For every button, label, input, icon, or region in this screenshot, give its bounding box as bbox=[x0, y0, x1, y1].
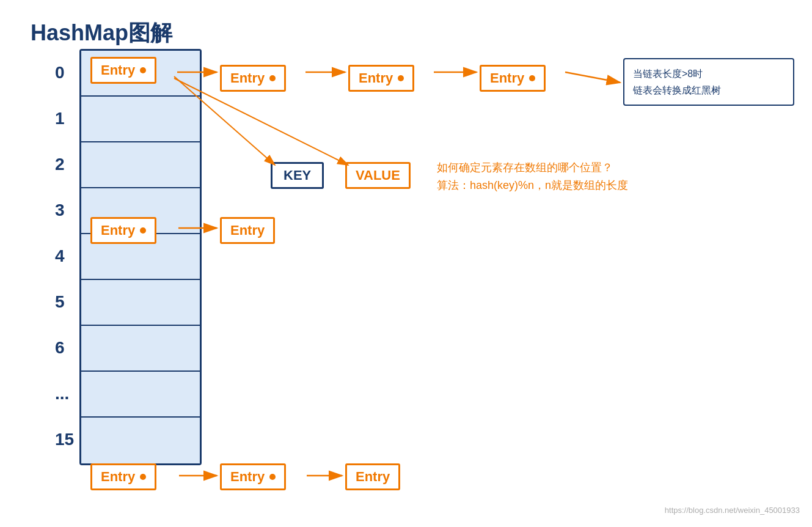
index-4: 4 bbox=[55, 246, 65, 266]
annotation-line2: 链表会转换成红黑树 bbox=[633, 82, 785, 98]
entry-dot bbox=[269, 75, 276, 81]
entry-row0-3: Entry bbox=[480, 65, 546, 92]
entry-row0-2: Entry bbox=[348, 65, 414, 92]
array-cell-dots bbox=[81, 372, 200, 418]
array-cell-5 bbox=[81, 280, 200, 326]
annotation-line1: 当链表长度>8时 bbox=[633, 65, 785, 82]
orange-line1: 如何确定元素存在数组的哪个位置？ bbox=[437, 159, 628, 177]
value-box: VALUE bbox=[345, 162, 411, 189]
entry-row15-0: Entry bbox=[90, 463, 156, 490]
entry-dot bbox=[140, 474, 146, 480]
key-box: KEY bbox=[271, 162, 324, 189]
annotation-box: 当链表长度>8时 链表会转换成红黑树 bbox=[623, 58, 794, 106]
array-cell-1 bbox=[81, 97, 200, 142]
orange-line2: 算法：hash(key)%n，n就是数组的长度 bbox=[437, 177, 628, 194]
index-3: 3 bbox=[55, 201, 65, 220]
watermark: https://blog.csdn.net/weixin_45001933 bbox=[665, 506, 800, 515]
entry-row15-1: Entry bbox=[220, 463, 286, 490]
array-container bbox=[79, 49, 202, 465]
array-cell-15 bbox=[81, 418, 200, 463]
entry-dot bbox=[140, 67, 146, 73]
array-cell-2 bbox=[81, 142, 200, 188]
index-15: 15 bbox=[55, 430, 74, 449]
entry-row15-2: Entry bbox=[345, 463, 400, 490]
index-1: 1 bbox=[55, 109, 65, 128]
entry-dot bbox=[398, 75, 404, 81]
entry-dot bbox=[140, 227, 146, 234]
entry-dot bbox=[529, 75, 535, 81]
orange-annotation: 如何确定元素存在数组的哪个位置？ 算法：hash(key)%n，n就是数组的长度 bbox=[437, 159, 628, 194]
entry-dot bbox=[269, 474, 276, 480]
index-dots: ... bbox=[55, 384, 69, 404]
svg-line-4 bbox=[565, 72, 620, 83]
index-0: 0 bbox=[55, 63, 65, 83]
page-title: HashMap图解 bbox=[31, 18, 172, 48]
index-2: 2 bbox=[55, 155, 65, 174]
index-6: 6 bbox=[55, 338, 65, 358]
entry-row3-1: Entry bbox=[220, 217, 275, 244]
entry-row3-0: Entry bbox=[90, 217, 156, 244]
array-cell-6 bbox=[81, 326, 200, 372]
index-5: 5 bbox=[55, 292, 65, 312]
entry-row0-0: Entry bbox=[90, 57, 156, 84]
entry-row0-1: Entry bbox=[220, 65, 286, 92]
